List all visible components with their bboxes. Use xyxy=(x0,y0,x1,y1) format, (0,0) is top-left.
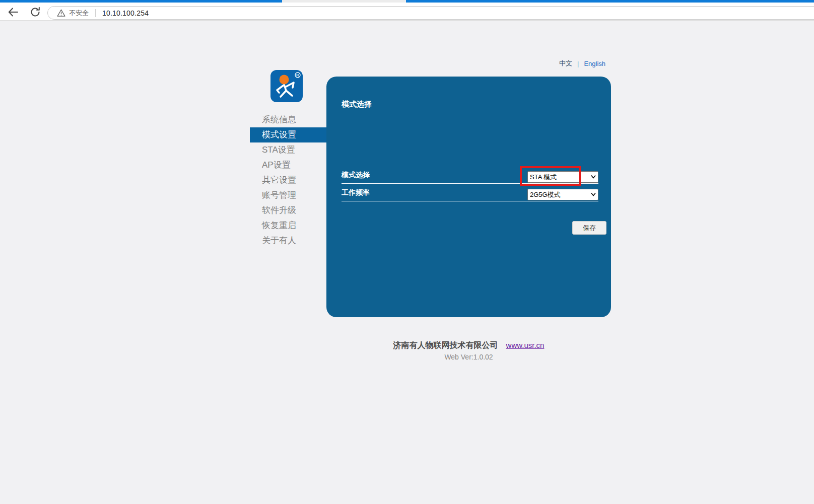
sidebar-item-ap-settings[interactable]: AP设置 xyxy=(250,158,326,173)
usr-website-link[interactable]: www.usr.cn xyxy=(506,341,545,349)
back-arrow-icon xyxy=(7,6,19,18)
mode-select-wrap: STA 模式 xyxy=(527,171,598,183)
form-row-frequency: 工作频率 2G5G模式 xyxy=(342,184,598,201)
frequency-select[interactable]: 2G5G模式 xyxy=(527,189,598,200)
form-row-mode: 模式选择 STA 模式 xyxy=(342,166,598,184)
not-secure-warning-icon xyxy=(57,9,65,17)
not-secure-label: 不安全 xyxy=(69,9,89,18)
mode-select[interactable]: STA 模式 xyxy=(527,171,598,183)
sidebar-item-account-management[interactable]: 账号管理 xyxy=(250,188,326,203)
sidebar-item-mode-settings[interactable]: 模式设置 xyxy=(250,127,326,142)
svg-text:R: R xyxy=(296,73,299,78)
sidebar-item-firmware-upgrade[interactable]: 软件升级 xyxy=(250,203,326,218)
page-footer: 济南有人物联网技术有限公司www.usr.cn Web Ver:1.0.02 xyxy=(326,340,611,361)
frequency-select-wrap: 2G5G模式 xyxy=(527,189,598,200)
sidebar-item-other-settings[interactable]: 其它设置 xyxy=(250,173,326,188)
sidebar-item-system-info[interactable]: 系统信息 xyxy=(250,112,326,127)
address-separator xyxy=(95,9,96,17)
mode-form: 模式选择 STA 模式 工作频率 2G5G模式 xyxy=(342,166,598,201)
page-background: 中文 | English R 系统信息 模式设置 STA设置 AP设置 其它设置… xyxy=(0,21,814,504)
browser-toolbar: 不安全 10.10.100.254 xyxy=(0,3,814,21)
mode-settings-panel: 模式选择 模式选择 STA 模式 工作频率 2G5G模式 xyxy=(326,77,611,317)
back-button[interactable] xyxy=(7,6,19,18)
sidebar-menu: 系统信息 模式设置 STA设置 AP设置 其它设置 账号管理 软件升级 恢复重启… xyxy=(250,112,326,248)
reload-icon xyxy=(29,6,41,18)
lang-separator: | xyxy=(577,60,579,67)
language-switcher: 中文 | English xyxy=(559,59,605,68)
reload-button[interactable] xyxy=(29,6,41,18)
mode-select-label: 模式选择 xyxy=(342,171,370,180)
sidebar-item-about-usr[interactable]: 关于有人 xyxy=(250,233,326,248)
save-button[interactable]: 保存 xyxy=(572,221,606,235)
panel-title: 模式选择 xyxy=(342,100,372,109)
lang-chinese-link[interactable]: 中文 xyxy=(559,59,572,68)
usr-logo: R xyxy=(270,70,303,102)
lang-english-link[interactable]: English xyxy=(584,60,605,67)
web-version: Web Ver:1.0.02 xyxy=(326,353,611,361)
company-name: 济南有人物联网技术有限公司 xyxy=(393,341,498,349)
frequency-select-label: 工作频率 xyxy=(342,188,370,197)
sidebar-item-restore-restart[interactable]: 恢复重启 xyxy=(250,218,326,233)
address-bar[interactable]: 不安全 10.10.100.254 xyxy=(47,6,814,20)
url-text: 10.10.100.254 xyxy=(102,9,149,17)
sidebar-item-sta-settings[interactable]: STA设置 xyxy=(250,142,326,158)
screen: 不安全 10.10.100.254 中文 | English R 系 xyxy=(0,0,814,504)
